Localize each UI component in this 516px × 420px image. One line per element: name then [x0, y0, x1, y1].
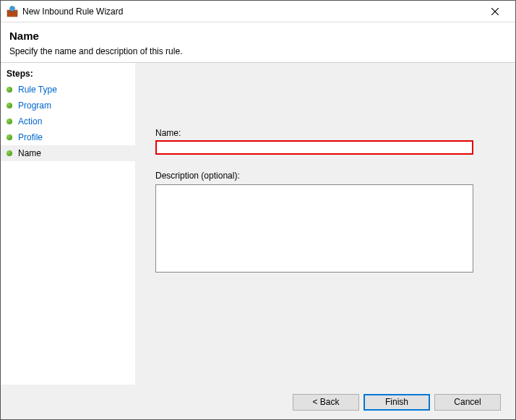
steps-heading: Steps: — [1, 67, 135, 82]
description-label: Description (optional): — [155, 171, 495, 181]
page-subtitle: Specify the name and description of this… — [9, 46, 507, 56]
name-input[interactable] — [155, 140, 473, 155]
step-profile[interactable]: Profile — [1, 129, 135, 145]
step-rule-type[interactable]: Rule Type — [1, 82, 135, 98]
svg-point-6 — [10, 6, 15, 11]
page-title: Name — [9, 30, 507, 42]
step-link[interactable]: Action — [18, 116, 42, 127]
name-field-group: Name: — [155, 128, 495, 155]
step-label: Name — [18, 148, 41, 158]
step-name[interactable]: Name — [1, 145, 135, 161]
firewall-icon — [7, 6, 18, 17]
wizard-header: Name Specify the name and description of… — [1, 22, 515, 62]
step-program[interactable]: Program — [1, 98, 135, 113]
wizard-window: New Inbound Rule Wizard Name Specify the… — [0, 0, 516, 420]
close-icon — [491, 8, 499, 15]
bullet-icon — [7, 87, 12, 93]
name-label: Name: — [155, 128, 495, 138]
step-link[interactable]: Program — [18, 100, 51, 111]
step-action[interactable]: Action — [1, 113, 135, 129]
content-panel: Name: Description (optional): — [135, 63, 515, 388]
bullet-icon — [7, 150, 12, 156]
back-button[interactable]: < Back — [293, 394, 359, 411]
description-input[interactable] — [155, 184, 473, 273]
step-link[interactable]: Profile — [18, 132, 43, 142]
titlebar: New Inbound Rule Wizard — [1, 1, 515, 22]
bullet-icon — [7, 103, 12, 108]
step-link[interactable]: Rule Type — [18, 85, 57, 95]
finish-button[interactable]: Finish — [364, 394, 430, 411]
description-field-group: Description (optional): — [155, 171, 495, 275]
bullet-icon — [7, 119, 12, 124]
cancel-button[interactable]: Cancel — [434, 394, 501, 411]
wizard-body: Steps: Rule Type Program Action Profile … — [1, 62, 515, 388]
button-bar: < Back Finish Cancel — [1, 385, 515, 419]
steps-sidebar: Steps: Rule Type Program Action Profile … — [1, 63, 135, 388]
bullet-icon — [7, 134, 12, 140]
close-button[interactable] — [481, 1, 509, 22]
window-title: New Inbound Rule Wizard — [22, 7, 481, 17]
